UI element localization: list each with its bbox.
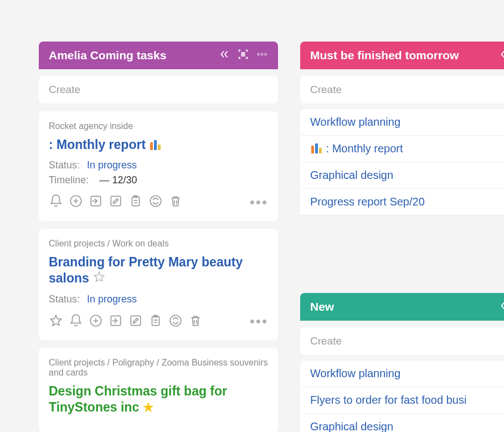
chart-icon (311, 143, 322, 153)
create-input[interactable]: Create (39, 76, 278, 104)
list-item[interactable]: Workflow planning (300, 361, 504, 387)
svg-rect-5 (111, 197, 120, 206)
clipboard-icon[interactable] (128, 194, 143, 210)
column-header: Amelia Coming tasks (39, 42, 278, 69)
column-title: Must be finished tomorrow (310, 49, 498, 62)
trash-icon[interactable] (168, 194, 183, 210)
column-title: Amelia Coming tasks (49, 49, 218, 62)
card-title: : Monthly report (49, 137, 268, 153)
svg-point-1 (261, 53, 263, 55)
card-actions: ••• (49, 313, 268, 330)
svg-point-8 (150, 196, 161, 207)
column-header: Must be finished tomorrow (300, 42, 504, 69)
more-icon[interactable]: ••• (250, 313, 268, 330)
create-input[interactable]: Create (300, 327, 504, 355)
svg-point-0 (258, 53, 260, 55)
star-icon[interactable]: ★ (143, 400, 154, 414)
column-header: New (300, 293, 504, 321)
star-icon[interactable] (49, 313, 63, 330)
svg-point-14 (170, 315, 181, 326)
card-title: Design Christmas gift bag for TinyStones… (49, 383, 268, 415)
clipboard-icon[interactable] (148, 313, 163, 330)
card-breadcrumb: Client projects / Poligraphy / Zooma Bus… (49, 358, 268, 378)
edit-icon[interactable] (109, 194, 123, 210)
svg-rect-12 (152, 316, 160, 325)
import-icon[interactable] (109, 313, 123, 330)
card-breadcrumb: Client projects / Work on deals (49, 239, 268, 249)
status-row: Status: In progress (49, 160, 268, 171)
task-card[interactable]: Client projects / Work on deals Branding… (39, 229, 278, 341)
list-item[interactable]: Progress report Sep/20 (300, 189, 504, 215)
list-item[interactable]: Flyers to order for fast food busi (300, 387, 504, 414)
card-title: Branding for Pretty Mary beauty salons (49, 254, 268, 287)
column-amelia-coming-tasks: Amelia Coming tasks Create Rocket agency… (39, 42, 278, 432)
plus-circle-icon[interactable] (69, 194, 83, 210)
import-icon[interactable] (89, 194, 103, 210)
create-input[interactable]: Create (300, 76, 504, 104)
list-item[interactable]: Graphical design (300, 414, 504, 432)
task-card[interactable]: Rocket agency inside : Monthly report St… (39, 111, 278, 221)
list-item[interactable]: Workflow planning (300, 109, 504, 136)
item-list: Workflow planning Flyers to order for fa… (300, 361, 504, 432)
chart-icon (150, 140, 161, 150)
cycle-icon[interactable] (168, 313, 183, 330)
column-right: Must be finished tomorrow Create Workflo… (300, 42, 504, 432)
list-item[interactable]: Graphical design (300, 162, 504, 189)
collapse-icon[interactable] (498, 48, 504, 63)
svg-rect-11 (131, 316, 140, 325)
bell-icon[interactable] (69, 313, 83, 330)
edit-icon[interactable] (128, 313, 143, 330)
more-icon[interactable] (256, 48, 268, 63)
timeline-row: Timeline: — 12/30 (49, 174, 268, 186)
collapse-icon[interactable] (498, 300, 504, 314)
star-icon[interactable] (92, 270, 106, 287)
plus-circle-icon[interactable] (89, 313, 103, 330)
task-card[interactable]: Client projects / Poligraphy / Zooma Bus… (39, 348, 278, 432)
status-row: Status: In progress (49, 294, 268, 305)
svg-rect-6 (132, 197, 140, 206)
more-icon[interactable]: ••• (250, 194, 268, 211)
collapse-icon[interactable] (218, 48, 230, 63)
scan-icon[interactable] (237, 48, 249, 63)
svg-point-2 (265, 53, 267, 55)
card-breadcrumb: Rocket agency inside (49, 121, 268, 131)
trash-icon[interactable] (188, 313, 203, 330)
list-item[interactable]: : Monthly report (300, 136, 504, 162)
column-title: New (310, 300, 498, 313)
cycle-icon[interactable] (148, 194, 163, 210)
item-list: Workflow planning : Monthly report Graph… (300, 109, 504, 215)
card-actions: ••• (49, 194, 268, 211)
bell-icon[interactable] (49, 194, 63, 210)
